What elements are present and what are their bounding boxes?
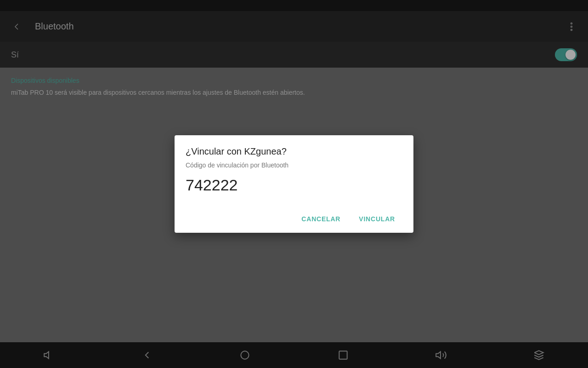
- dialog-overlay: ¿Vincular con KZgunea? Código de vincula…: [0, 0, 588, 368]
- pair-dialog: ¿Vincular con KZgunea? Código de vincula…: [175, 135, 413, 233]
- cancel-button[interactable]: CANCELAR: [294, 211, 348, 227]
- dialog-pairing-code: 742222: [186, 176, 402, 194]
- dialog-title: ¿Vincular con KZgunea?: [186, 146, 402, 157]
- dialog-subtitle: Código de vinculación por Bluetooth: [186, 161, 402, 169]
- dialog-actions: CANCELAR VINCULAR: [186, 207, 402, 227]
- pair-button[interactable]: VINCULAR: [351, 211, 402, 227]
